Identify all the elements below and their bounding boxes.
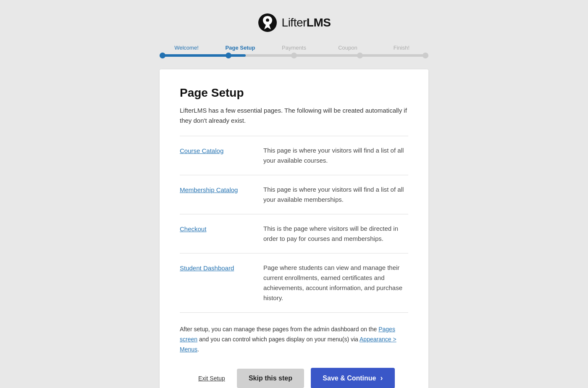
table-row: Membership Catalog This page is where yo… (180, 175, 408, 214)
step-label-payments: Payments (267, 45, 321, 51)
step-label-page-setup: Page Setup (213, 45, 267, 51)
table-row: Student Dashboard Page where students ca… (180, 253, 408, 313)
table-row: Checkout This is the page where visitors… (180, 214, 408, 253)
student-dashboard-desc: Page where students can view and manage … (263, 263, 408, 303)
checkout-link[interactable]: Checkout (180, 224, 253, 234)
exit-setup-button[interactable]: Exit Setup (193, 371, 230, 386)
step-labels: Welcome! Page Setup Payments Coupon Fini… (160, 45, 428, 51)
step-dot-1 (226, 53, 231, 58)
pages-table: Course Catalog This page is where your v… (180, 136, 408, 313)
step-dot-0 (160, 53, 165, 58)
student-dashboard-link[interactable]: Student Dashboard (180, 263, 253, 273)
step-label-coupon: Coupon (321, 45, 375, 51)
skip-step-button[interactable]: Skip this step (237, 369, 304, 388)
course-catalog-desc: This page is where your visitors will fi… (263, 145, 408, 166)
membership-catalog-desc: This page is where your visitors will fi… (263, 185, 408, 205)
course-catalog-link[interactable]: Course Catalog (180, 145, 253, 156)
save-continue-button[interactable]: Save & Continue › (311, 368, 395, 388)
progress-bar: Welcome! Page Setup Payments Coupon Fini… (160, 45, 428, 57)
membership-catalog-link[interactable]: Membership Catalog (180, 185, 253, 195)
step-label-finish: Finish! (375, 45, 428, 51)
action-row: Exit Setup Skip this step Save & Continu… (180, 368, 408, 388)
step-dot-4 (423, 53, 428, 58)
progress-track (160, 54, 428, 57)
checkout-desc: This is the page where visitors will be … (263, 224, 408, 244)
lifterlms-logo-icon (257, 13, 278, 33)
table-row: Course Catalog This page is where your v… (180, 136, 408, 175)
logo: LifterLMS (257, 13, 331, 33)
continue-arrow-icon: › (380, 374, 383, 383)
footer-note: After setup, you can manage these pages … (180, 325, 408, 354)
page-title: Page Setup (180, 86, 408, 100)
step-dot-2 (291, 53, 297, 58)
step-dots (160, 53, 428, 58)
step-label-welcome: Welcome! (160, 45, 213, 51)
logo-text: LifterLMS (282, 16, 331, 29)
step-dot-3 (357, 53, 363, 58)
page-description: LifterLMS has a few essential pages. The… (180, 106, 408, 126)
main-card: Page Setup LifterLMS has a few essential… (160, 69, 428, 388)
